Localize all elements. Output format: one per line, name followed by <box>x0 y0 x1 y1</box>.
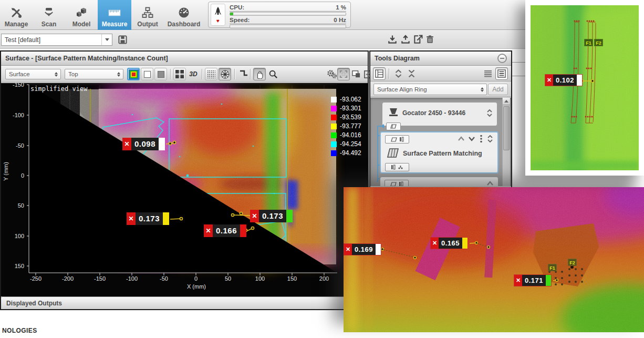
measurement-label[interactable]: ✕ 0.171 <box>514 275 551 286</box>
surface-heatmap-view[interactable]: simplified view -150 -100 -50 0 50 100 1… <box>1 83 368 296</box>
nav-item-manage[interactable]: Manage <box>0 0 33 30</box>
delete-measurement-button[interactable]: ✕ <box>344 244 352 255</box>
tool-card-surface-pattern-matching[interactable]: Surface Pattern Matching <box>380 131 498 173</box>
output-ports[interactable] <box>385 163 409 171</box>
measurement-label[interactable]: ✕ 0.098 <box>122 138 165 150</box>
card-expander-icon[interactable] <box>487 135 493 143</box>
measurement-label[interactable]: ✕ 0.166 <box>204 224 246 237</box>
tool-card-partial[interactable] <box>380 177 498 186</box>
delete-job-button[interactable] <box>423 33 436 46</box>
surface-port-icon <box>390 182 397 187</box>
snapshot-button[interactable] <box>350 68 362 80</box>
delete-measurement-button[interactable]: ✕ <box>122 138 131 150</box>
profile-path-button[interactable] <box>237 68 250 80</box>
expand-chevrons-icon <box>394 69 402 78</box>
delete-measurement-button[interactable]: ✕ <box>127 212 136 225</box>
add-tool-button[interactable]: Add <box>488 84 508 95</box>
input-ports[interactable] <box>385 135 409 144</box>
tool-list-scrollbar[interactable] <box>502 98 510 186</box>
view-settings-button[interactable] <box>326 68 338 80</box>
surface-panel: Surface - [Surface Pattern Matching/Inst… <box>0 50 369 310</box>
upload-icon <box>400 34 411 45</box>
x-tick: -50 <box>152 275 175 282</box>
3d-view-button[interactable]: 3D <box>187 68 200 80</box>
tools-toolbar <box>370 66 511 81</box>
save-job-button[interactable] <box>116 33 129 46</box>
nav-item-dashboard[interactable]: Dashboard <box>164 0 204 30</box>
move-up-icon[interactable] <box>486 180 494 186</box>
x-tick: -150 <box>88 275 111 282</box>
nav-item-model[interactable]: Model <box>65 0 98 30</box>
x-tick: 0 <box>184 275 207 282</box>
measurement-label[interactable]: ✕ 0.173 <box>250 210 293 222</box>
point-cloud-button[interactable] <box>205 68 217 80</box>
expand-all-button[interactable] <box>392 67 404 80</box>
orientation-select[interactable]: Top <box>65 69 123 79</box>
card-expander-icon[interactable] <box>486 109 493 117</box>
delete-measurement-button[interactable]: ✕ <box>204 224 213 237</box>
speed-value: 0 Hz <box>334 17 346 23</box>
pan-tool-button[interactable] <box>253 68 266 80</box>
tool-type-select[interactable]: Surface Align Ring <box>373 84 487 95</box>
surface-port-icon <box>391 137 397 142</box>
move-up-icon[interactable] <box>458 136 465 142</box>
palette-wheel-button[interactable] <box>219 68 231 80</box>
intensity-view-button[interactable] <box>141 68 153 80</box>
delete-measurement-button[interactable]: ✕ <box>431 238 439 249</box>
measurement-label[interactable]: ✕ 0.165 <box>431 238 468 249</box>
download-job-button[interactable] <box>386 33 399 46</box>
more-options-icon[interactable] <box>480 135 483 143</box>
measure-port-icon <box>399 137 404 142</box>
surface-map-icon <box>386 147 400 159</box>
white-square-icon <box>144 71 151 78</box>
y-tick: -100 <box>6 112 24 118</box>
output-port-surface[interactable] <box>386 122 401 130</box>
export-icon <box>413 34 423 45</box>
diagram-view-button[interactable] <box>373 67 386 80</box>
measurement-swatch <box>376 244 381 255</box>
nav-item-measure[interactable]: Measure <box>98 0 131 30</box>
y-axis-label: Y (mm) <box>3 162 9 181</box>
input-ports[interactable] <box>385 180 409 186</box>
heatmap-view-button[interactable] <box>127 68 140 80</box>
uniform-view-button[interactable] <box>154 68 167 80</box>
fit-view-button[interactable] <box>337 68 350 80</box>
measurement-label[interactable]: ✕ 0.102 <box>545 75 582 86</box>
delete-measurement-button[interactable]: ✕ <box>545 75 553 86</box>
delete-measurement-button[interactable]: ✕ <box>514 275 522 286</box>
job-select-dropdown-button[interactable] <box>101 34 112 45</box>
collapse-all-button[interactable] <box>405 67 418 80</box>
measurement-label[interactable]: ✕ 0.173 <box>127 212 169 225</box>
rocket-icon[interactable]: ♥ <box>211 4 225 26</box>
delete-measurement-button[interactable]: ✕ <box>250 210 259 222</box>
card-layout-button[interactable] <box>495 67 508 80</box>
x-tick: -100 <box>120 275 143 282</box>
tools-panel-title: Tools Diagram <box>375 55 420 62</box>
nav-item-scan[interactable]: Scan <box>33 0 65 30</box>
source-select[interactable]: Surface <box>5 69 61 79</box>
stacked-lines-icon <box>484 70 492 77</box>
collapse-panel-button[interactable] <box>497 54 507 63</box>
job-select[interactable]: Test [default] <box>1 34 112 46</box>
displayed-outputs-bar[interactable]: Displayed Outputs <box>1 296 368 309</box>
measurement-label[interactable]: ✕ 0.169 <box>344 244 381 255</box>
collapse-chevrons-icon <box>408 69 416 78</box>
shading-button[interactable] <box>173 68 186 80</box>
nav-item-output[interactable]: Output <box>131 0 164 30</box>
wrench-icon <box>9 6 23 19</box>
cpu-label: CPU: <box>230 4 244 11</box>
hand-icon <box>255 70 264 79</box>
scroll-up-button[interactable] <box>503 98 510 105</box>
move-down-icon[interactable] <box>468 136 475 142</box>
upload-job-button[interactable] <box>399 33 412 46</box>
measurement-swatch <box>159 138 165 150</box>
export-job-button[interactable] <box>412 33 424 46</box>
scrollbar-thumb[interactable] <box>503 106 510 150</box>
x-tick: 50 <box>216 275 240 282</box>
legend-row: -94.254 <box>331 140 361 148</box>
y-tick: 100 <box>6 233 24 239</box>
measurement-swatch <box>462 238 468 249</box>
zoom-tool-button[interactable] <box>267 68 279 80</box>
performance-panel: ♥ CPU: 1 % Speed: 0 Hz <box>208 2 351 28</box>
list-layout-button[interactable] <box>482 67 494 80</box>
